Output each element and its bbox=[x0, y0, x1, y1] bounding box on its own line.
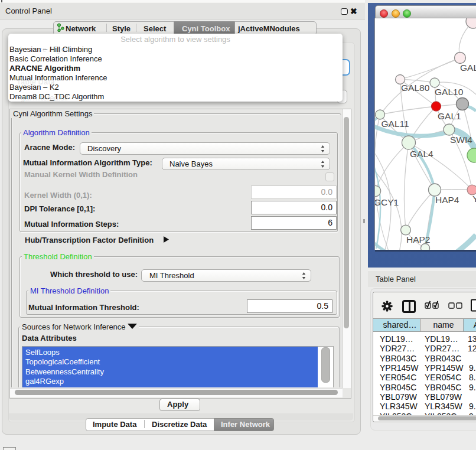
svg-text:GAL4: GAL4 bbox=[410, 149, 433, 159]
svg-text:YM: YM bbox=[472, 194, 476, 204]
svg-text:GAL2: GAL2 bbox=[460, 63, 476, 73]
svg-text:GAL1: GAL1 bbox=[438, 111, 461, 121]
svg-text:SWI4: SWI4 bbox=[450, 135, 472, 145]
svg-text:GAL80: GAL80 bbox=[401, 83, 430, 93]
svg-text:HAP4: HAP4 bbox=[435, 195, 459, 205]
svg-text:GAL10: GAL10 bbox=[435, 87, 464, 97]
svg-text:HAP2: HAP2 bbox=[406, 234, 431, 244]
svg-text:GAL11: GAL11 bbox=[382, 119, 409, 129]
svg-text:GCY1: GCY1 bbox=[375, 197, 399, 207]
